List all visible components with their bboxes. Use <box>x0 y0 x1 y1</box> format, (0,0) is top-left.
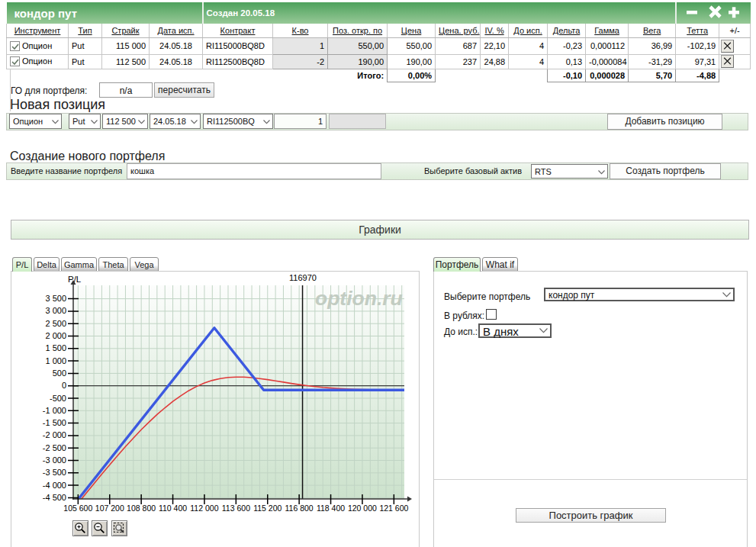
svg-text:116970: 116970 <box>289 273 317 282</box>
svg-text:115 200: 115 200 <box>253 504 281 513</box>
svg-text:-2 000: -2 000 <box>43 430 66 439</box>
svg-text:108 800: 108 800 <box>127 504 156 513</box>
svg-text:option.ru: option.ru <box>315 287 403 310</box>
svg-text:-3 500: -3 500 <box>43 468 66 477</box>
svg-text:113 600: 113 600 <box>222 504 250 513</box>
svg-text:112 000: 112 000 <box>190 504 218 513</box>
svg-text:-4 000: -4 000 <box>43 481 66 490</box>
svg-text:-1 500: -1 500 <box>43 418 66 427</box>
svg-text:2 000: 2 000 <box>45 331 66 340</box>
svg-text:3 500: 3 500 <box>45 294 66 303</box>
svg-text:118 400: 118 400 <box>317 504 345 513</box>
svg-text:-2 500: -2 500 <box>43 443 66 452</box>
svg-text:107 200: 107 200 <box>95 504 124 513</box>
svg-text:120 000: 120 000 <box>348 504 377 513</box>
svg-text:500: 500 <box>53 368 66 378</box>
svg-text:3 000: 3 000 <box>45 306 66 315</box>
svg-text:-500: -500 <box>50 394 66 403</box>
svg-text:P/L: P/L <box>68 275 82 284</box>
svg-text:105 600: 105 600 <box>63 504 92 513</box>
svg-text:-4 500: -4 500 <box>43 493 66 502</box>
svg-text:2 500: 2 500 <box>45 319 66 328</box>
svg-text:110 400: 110 400 <box>159 504 187 513</box>
svg-text:1 000: 1 000 <box>45 356 66 365</box>
svg-text:121 600: 121 600 <box>379 504 408 513</box>
svg-text:-1 000: -1 000 <box>43 406 66 415</box>
svg-text:-3 000: -3 000 <box>43 455 66 465</box>
svg-text:116 800: 116 800 <box>285 504 314 513</box>
svg-text:0: 0 <box>62 381 66 390</box>
svg-text:1 500: 1 500 <box>45 343 66 352</box>
